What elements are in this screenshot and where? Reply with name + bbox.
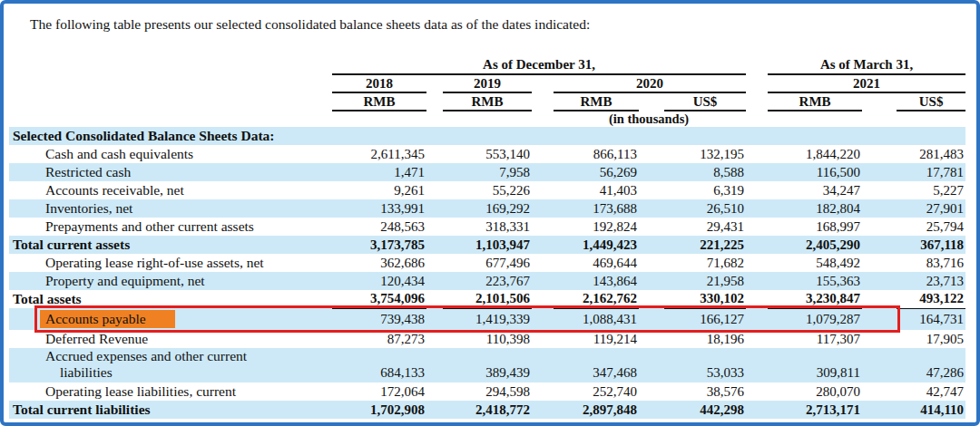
value-cell: 172,064 bbox=[332, 382, 426, 401]
column-gap bbox=[532, 145, 554, 163]
value-cell: 110,398 bbox=[443, 330, 532, 348]
value-cell: 143,864 bbox=[554, 272, 639, 290]
column-gap bbox=[746, 218, 768, 236]
column-gap bbox=[862, 330, 897, 348]
value-cell: 1,471 bbox=[332, 163, 426, 181]
column-gap bbox=[426, 218, 443, 236]
row-label: Accounts receivable, net bbox=[9, 181, 332, 199]
currency-header-2018-rmb: RMB bbox=[332, 92, 426, 111]
table-row-restricted-cash: Restricted cash1,4717,95856,2698,588116,… bbox=[9, 163, 965, 181]
column-gap bbox=[532, 199, 554, 218]
table-row-cash-and-cash-equivalents: Cash and cash equivalents2,611,345553,14… bbox=[9, 145, 965, 163]
column-gap bbox=[426, 236, 443, 254]
value-cell: 2,405,290 bbox=[768, 236, 862, 254]
value-cell: 6,319 bbox=[664, 181, 746, 199]
column-gap bbox=[426, 181, 443, 199]
column-gap bbox=[532, 254, 554, 272]
column-gap bbox=[746, 330, 768, 348]
row-label: Restricted cash bbox=[9, 163, 332, 181]
column-gap bbox=[426, 254, 443, 272]
column-gap bbox=[746, 236, 768, 254]
year-2020-header: 2020 bbox=[554, 74, 746, 92]
column-gap bbox=[532, 218, 554, 236]
table-row-deferred-revenue: Deferred Revenue87,273110,398119,21418,1… bbox=[9, 330, 965, 348]
column-gap bbox=[426, 163, 443, 181]
column-gap bbox=[426, 401, 443, 419]
value-cell: 34,247 bbox=[768, 181, 862, 199]
year-2018-header: 2018 bbox=[332, 74, 426, 92]
value-cell: 223,767 bbox=[443, 272, 532, 290]
highlighted-label: Accounts payable bbox=[40, 310, 175, 328]
value-cell: 168,997 bbox=[768, 218, 862, 236]
value-cell: 281,483 bbox=[897, 145, 965, 163]
value-cell: 1,844,220 bbox=[768, 145, 862, 163]
column-gap bbox=[532, 290, 554, 308]
header-year-row: 2018 2019 2020 2021 bbox=[9, 74, 965, 92]
value-cell: 2,611,345 bbox=[332, 145, 426, 163]
row-label: Deferred Revenue bbox=[9, 330, 332, 348]
value-cell: 1,449,423 bbox=[554, 236, 639, 254]
section-title: Selected Consolidated Balance Sheets Dat… bbox=[9, 127, 965, 145]
value-cell: 55,226 bbox=[443, 181, 532, 199]
column-gap bbox=[426, 382, 443, 401]
currency-header-2020-usd: US$ bbox=[664, 92, 746, 111]
value-cell: 739,438 bbox=[332, 308, 426, 330]
table-row-operating-lease-right-of-use-assets-net: Operating lease right-of-use assets, net… bbox=[9, 254, 965, 272]
value-cell: 684,133 bbox=[332, 348, 426, 382]
value-cell: 3,754,096 bbox=[332, 290, 426, 308]
value-cell: 7,958 bbox=[443, 163, 532, 181]
value-cell: 117,307 bbox=[768, 330, 862, 348]
column-gap bbox=[746, 348, 768, 382]
value-cell: 280,070 bbox=[768, 382, 862, 401]
row-label: Operating lease liabilities, current bbox=[9, 382, 332, 401]
column-gap bbox=[862, 382, 897, 401]
value-cell: 166,127 bbox=[664, 308, 746, 330]
column-gap bbox=[746, 382, 768, 401]
column-gap bbox=[862, 308, 897, 330]
value-cell: 866,113 bbox=[554, 145, 639, 163]
column-gap bbox=[532, 272, 554, 290]
column-gap bbox=[639, 272, 664, 290]
column-gap bbox=[532, 382, 554, 401]
row-label: Total current liabilities bbox=[9, 401, 332, 419]
column-gap bbox=[426, 330, 443, 348]
column-gap bbox=[862, 348, 897, 382]
column-gap bbox=[862, 401, 897, 419]
value-cell: 83,716 bbox=[897, 254, 965, 272]
value-cell: 3,230,847 bbox=[768, 290, 862, 308]
row-label: Cash and cash equivalents bbox=[9, 145, 332, 163]
value-cell: 318,331 bbox=[443, 218, 532, 236]
intro-text: The following table presents our selecte… bbox=[30, 15, 958, 34]
column-gap bbox=[426, 199, 443, 218]
column-gap bbox=[532, 163, 554, 181]
column-gap bbox=[746, 145, 768, 163]
column-gap bbox=[426, 272, 443, 290]
value-cell: 1,103,947 bbox=[443, 236, 532, 254]
value-cell: 2,897,848 bbox=[554, 401, 639, 419]
column-gap bbox=[639, 382, 664, 401]
value-cell: 309,811 bbox=[768, 348, 862, 382]
row-label: Total assets bbox=[9, 290, 332, 308]
value-cell: 442,298 bbox=[664, 401, 746, 419]
column-gap bbox=[532, 236, 554, 254]
value-cell: 17,905 bbox=[897, 330, 965, 348]
column-gap bbox=[862, 272, 897, 290]
table-row-accounts-payable: Accounts payable739,4381,419,3391,088,43… bbox=[9, 308, 965, 330]
value-cell: 38,576 bbox=[664, 382, 746, 401]
value-cell: 87,273 bbox=[332, 330, 426, 348]
column-gap bbox=[532, 308, 554, 330]
table-row-accounts-receivable-net: Accounts receivable, net9,26155,22641,40… bbox=[9, 181, 965, 199]
value-cell: 2,162,762 bbox=[554, 290, 639, 308]
column-gap bbox=[862, 236, 897, 254]
table-row-operating-lease-liabilities-current: Operating lease liabilities, current172,… bbox=[9, 382, 965, 401]
value-cell: 119,214 bbox=[554, 330, 639, 348]
value-cell: 116,500 bbox=[768, 163, 862, 181]
column-gap bbox=[532, 330, 554, 348]
column-gap bbox=[746, 272, 768, 290]
value-cell: 17,781 bbox=[897, 163, 965, 181]
column-gap bbox=[862, 254, 897, 272]
column-gap bbox=[746, 254, 768, 272]
row-label: Accounts payable bbox=[9, 308, 332, 330]
column-gap bbox=[862, 145, 897, 163]
column-gap bbox=[862, 290, 897, 308]
